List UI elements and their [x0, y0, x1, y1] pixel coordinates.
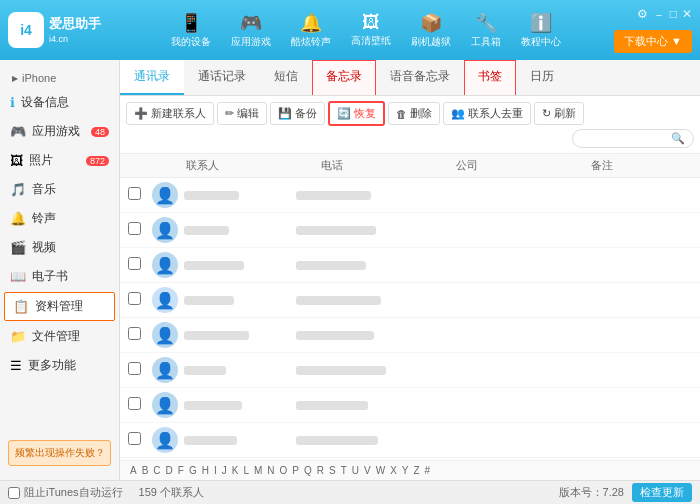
- alpha-i[interactable]: I: [212, 464, 219, 477]
- sidebar-item-apps[interactable]: 🎮 应用游戏 48: [0, 117, 119, 146]
- phone-blur: [296, 366, 386, 375]
- delete-button[interactable]: 🗑 删除: [388, 102, 440, 125]
- contact-name-blur: [184, 296, 234, 305]
- photos-badge: 872: [86, 156, 109, 166]
- sidebar-item-photos[interactable]: 🖼 照片 872: [0, 146, 119, 175]
- sidebar-item-file-mgmt[interactable]: 📁 文件管理: [0, 322, 119, 351]
- nav-label-flash: 刷机越狱: [411, 35, 451, 49]
- alpha-h[interactable]: H: [200, 464, 211, 477]
- tab-notes[interactable]: 备忘录: [312, 60, 376, 95]
- nav-bar: 📱 我的设备 🎮 应用游戏 🔔 酷炫铃声 🖼 高清壁纸 📦 刷机越狱 🔧 工具箱…: [118, 6, 614, 55]
- close-icon[interactable]: ✕: [682, 7, 692, 24]
- col-company-header: 公司: [456, 158, 591, 173]
- tab-calendar[interactable]: 日历: [516, 60, 568, 95]
- table-header: 联系人 电话 公司 备注: [120, 154, 700, 178]
- alpha-q[interactable]: Q: [302, 464, 314, 477]
- check-update-button[interactable]: 检查更新: [632, 483, 692, 502]
- alpha-y[interactable]: Y: [400, 464, 411, 477]
- alpha-b[interactable]: B: [140, 464, 151, 477]
- phone-blur: [296, 331, 374, 340]
- row-checkbox[interactable]: [128, 432, 141, 445]
- contact-name-blur: [184, 331, 249, 340]
- refresh-button[interactable]: ↻ 刷新: [534, 102, 584, 125]
- alpha-w[interactable]: W: [374, 464, 387, 477]
- ringtone-icon: 🔔: [300, 12, 322, 34]
- sidebar-item-video[interactable]: 🎬 视频: [0, 233, 119, 262]
- restore-button[interactable]: 🔄 恢复: [328, 101, 385, 126]
- refresh-icon: ↻: [542, 107, 551, 120]
- alpha-x[interactable]: X: [388, 464, 399, 477]
- device-label: ▶ iPhone: [0, 68, 119, 88]
- sidebar-item-device-info[interactable]: ℹ 设备信息: [0, 88, 119, 117]
- sidebar-item-ebook[interactable]: 📖 电子书: [0, 262, 119, 291]
- alpha-c[interactable]: C: [151, 464, 162, 477]
- tab-contacts[interactable]: 通讯录: [120, 60, 184, 95]
- alpha-j[interactable]: J: [220, 464, 229, 477]
- alpha-k[interactable]: K: [230, 464, 241, 477]
- alpha-o[interactable]: O: [278, 464, 290, 477]
- alpha-hash[interactable]: #: [423, 464, 433, 477]
- music-icon: 🎵: [10, 182, 26, 197]
- alpha-t[interactable]: T: [339, 464, 349, 477]
- alpha-a[interactable]: A: [128, 464, 139, 477]
- alpha-l[interactable]: L: [241, 464, 251, 477]
- search-icon: 🔍: [671, 132, 685, 145]
- sidebar-label-video: 视频: [32, 239, 56, 256]
- row-checkbox[interactable]: [128, 222, 141, 235]
- settings-icon[interactable]: ⚙: [637, 7, 648, 24]
- alpha-u[interactable]: U: [350, 464, 361, 477]
- logo: i4 爱思助手 i4.cn: [8, 12, 118, 48]
- tab-sms[interactable]: 短信: [260, 60, 312, 95]
- tab-bookmarks[interactable]: 书签: [464, 60, 516, 95]
- alpha-bar: A B C D F G H I J K L M N O P Q R S T U …: [120, 460, 700, 480]
- maximize-icon[interactable]: □: [670, 7, 677, 24]
- alpha-v[interactable]: V: [362, 464, 373, 477]
- backup-button[interactable]: 💾 备份: [270, 102, 325, 125]
- col-note-header: 备注: [591, 158, 692, 173]
- phone-blur: [296, 191, 371, 200]
- row-checkbox[interactable]: [128, 187, 141, 200]
- trouble-button[interactable]: 频繁出现操作失败？: [8, 440, 111, 466]
- sidebar-item-music[interactable]: 🎵 音乐: [0, 175, 119, 204]
- search-input[interactable]: [581, 133, 671, 145]
- nav-item-device[interactable]: 📱 我的设备: [161, 6, 221, 55]
- alpha-s[interactable]: S: [327, 464, 338, 477]
- sidebar-label-file-mgmt: 文件管理: [32, 328, 80, 345]
- alpha-m[interactable]: M: [252, 464, 264, 477]
- nav-item-tools[interactable]: 🔧 工具箱: [461, 6, 511, 55]
- dedup-icon: 👥: [451, 107, 465, 120]
- phone-blur: [296, 296, 381, 305]
- row-checkbox[interactable]: [128, 257, 141, 270]
- itunes-checkbox[interactable]: [8, 487, 20, 499]
- alpha-r[interactable]: R: [315, 464, 326, 477]
- contact-name-blur: [184, 436, 237, 445]
- nav-item-apps[interactable]: 🎮 应用游戏: [221, 6, 281, 55]
- sidebar-item-data-mgmt[interactable]: 📋 资料管理: [4, 292, 115, 321]
- alpha-f[interactable]: F: [176, 464, 186, 477]
- row-checkbox[interactable]: [128, 397, 141, 410]
- alpha-d[interactable]: D: [164, 464, 175, 477]
- nav-item-wallpaper[interactable]: 🖼 高清壁纸: [341, 6, 401, 55]
- download-center-button[interactable]: 下载中心 ▼: [614, 30, 692, 53]
- alpha-g[interactable]: G: [187, 464, 199, 477]
- nav-item-flash[interactable]: 📦 刷机越狱: [401, 6, 461, 55]
- row-checkbox[interactable]: [128, 292, 141, 305]
- nav-item-tutorial[interactable]: ℹ️ 教程中心: [511, 6, 571, 55]
- more-icon: ☰: [10, 358, 22, 373]
- alpha-z[interactable]: Z: [411, 464, 421, 477]
- alpha-p[interactable]: P: [290, 464, 301, 477]
- minimize-icon[interactable]: －: [653, 7, 665, 24]
- sidebar-item-more[interactable]: ☰ 更多功能: [0, 351, 119, 380]
- row-checkbox[interactable]: [128, 327, 141, 340]
- new-contact-button[interactable]: ➕ 新建联系人: [126, 102, 214, 125]
- dedup-button[interactable]: 👥 联系人去重: [443, 102, 531, 125]
- row-checkbox[interactable]: [128, 362, 141, 375]
- edit-button[interactable]: ✏ 编辑: [217, 102, 267, 125]
- nav-item-ringtone[interactable]: 🔔 酷炫铃声: [281, 6, 341, 55]
- alpha-n[interactable]: N: [265, 464, 276, 477]
- logo-icon: i4: [8, 12, 44, 48]
- tab-voice-memo[interactable]: 语音备忘录: [376, 60, 464, 95]
- tab-call-log[interactable]: 通话记录: [184, 60, 260, 95]
- avatar: 👤: [152, 322, 178, 348]
- sidebar-item-ringtone[interactable]: 🔔 铃声: [0, 204, 119, 233]
